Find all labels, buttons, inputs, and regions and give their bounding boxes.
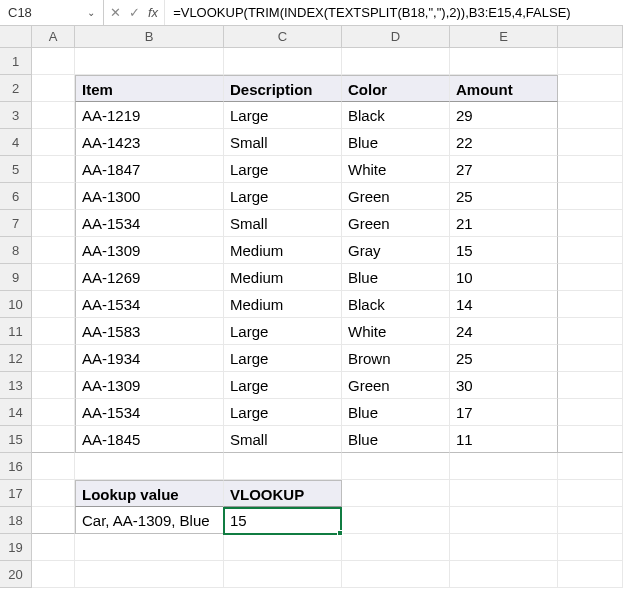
cell-description[interactable]: Medium xyxy=(224,264,342,291)
cell[interactable] xyxy=(342,561,450,588)
header-color[interactable]: Color xyxy=(342,75,450,102)
cell-amount[interactable]: 30 xyxy=(450,372,558,399)
cell-item[interactable]: AA-1423 xyxy=(75,129,224,156)
cell-amount[interactable]: 11 xyxy=(450,426,558,453)
select-all-corner[interactable] xyxy=(0,26,32,48)
header-description[interactable]: Description xyxy=(224,75,342,102)
cell[interactable] xyxy=(558,264,623,291)
row-header[interactable]: 11 xyxy=(0,318,32,345)
cell[interactable] xyxy=(558,399,623,426)
cell[interactable] xyxy=(558,129,623,156)
cell-description[interactable]: Large xyxy=(224,372,342,399)
cell-amount[interactable]: 27 xyxy=(450,156,558,183)
cell[interactable] xyxy=(75,48,224,75)
row-header[interactable]: 5 xyxy=(0,156,32,183)
cell[interactable] xyxy=(32,480,75,507)
cell-amount[interactable]: 24 xyxy=(450,318,558,345)
cell[interactable] xyxy=(558,102,623,129)
cell-color[interactable]: White xyxy=(342,318,450,345)
row-header[interactable]: 9 xyxy=(0,264,32,291)
cell-item[interactable]: AA-1309 xyxy=(75,237,224,264)
formula-input[interactable]: =VLOOKUP(TRIM(INDEX(TEXTSPLIT(B18,","),2… xyxy=(165,5,623,20)
cell[interactable] xyxy=(32,507,75,534)
row-header[interactable]: 20 xyxy=(0,561,32,588)
col-header-D[interactable]: D xyxy=(342,26,450,48)
cell[interactable] xyxy=(32,426,75,453)
row-header[interactable]: 3 xyxy=(0,102,32,129)
cell[interactable] xyxy=(224,48,342,75)
cell-item[interactable]: AA-1583 xyxy=(75,318,224,345)
cell-color[interactable]: Black xyxy=(342,102,450,129)
cell[interactable] xyxy=(342,453,450,480)
row-header[interactable]: 12 xyxy=(0,345,32,372)
cell-amount[interactable]: 25 xyxy=(450,183,558,210)
cell-amount[interactable]: 15 xyxy=(450,237,558,264)
accept-icon[interactable]: ✓ xyxy=(129,5,140,20)
header-amount[interactable]: Amount xyxy=(450,75,558,102)
cell-description[interactable]: Large xyxy=(224,318,342,345)
row-header[interactable]: 7 xyxy=(0,210,32,237)
cell[interactable] xyxy=(450,48,558,75)
cell-color[interactable]: Gray xyxy=(342,237,450,264)
cell-description[interactable]: Large xyxy=(224,156,342,183)
cell-color[interactable]: White xyxy=(342,156,450,183)
cell-description[interactable]: Small xyxy=(224,129,342,156)
cell-item[interactable]: AA-1309 xyxy=(75,372,224,399)
fx-icon[interactable]: fx xyxy=(148,5,158,20)
cell[interactable] xyxy=(558,318,623,345)
row-header[interactable]: 10 xyxy=(0,291,32,318)
cell[interactable] xyxy=(32,156,75,183)
cell[interactable] xyxy=(32,48,75,75)
cell[interactable] xyxy=(32,264,75,291)
lookup-value-header[interactable]: Lookup value xyxy=(75,480,224,507)
cell-color[interactable]: Blue xyxy=(342,129,450,156)
cell-description[interactable]: Large xyxy=(224,102,342,129)
cell[interactable] xyxy=(224,561,342,588)
cell[interactable] xyxy=(558,156,623,183)
cell-color[interactable]: Blue xyxy=(342,399,450,426)
cell[interactable] xyxy=(450,561,558,588)
row-header[interactable]: 8 xyxy=(0,237,32,264)
cell-item[interactable]: AA-1847 xyxy=(75,156,224,183)
cell-amount[interactable]: 10 xyxy=(450,264,558,291)
cell-color[interactable]: Green xyxy=(342,372,450,399)
cell-color[interactable]: Blue xyxy=(342,264,450,291)
header-item[interactable]: Item xyxy=(75,75,224,102)
cell[interactable] xyxy=(558,372,623,399)
row-header[interactable]: 17 xyxy=(0,480,32,507)
col-header-B[interactable]: B xyxy=(75,26,224,48)
cell-description[interactable]: Small xyxy=(224,426,342,453)
cell[interactable] xyxy=(342,48,450,75)
cell-item[interactable]: AA-1269 xyxy=(75,264,224,291)
cell-item[interactable]: AA-1534 xyxy=(75,291,224,318)
name-box[interactable]: C18 ⌄ xyxy=(0,0,104,25)
row-header[interactable]: 15 xyxy=(0,426,32,453)
cell[interactable] xyxy=(342,480,450,507)
cell[interactable] xyxy=(32,102,75,129)
cell-amount[interactable]: 17 xyxy=(450,399,558,426)
cell-amount[interactable]: 29 xyxy=(450,102,558,129)
cell-amount[interactable]: 14 xyxy=(450,291,558,318)
cell-description[interactable]: Large xyxy=(224,183,342,210)
cell[interactable] xyxy=(558,507,623,534)
cell-item[interactable]: AA-1534 xyxy=(75,210,224,237)
cell[interactable] xyxy=(32,291,75,318)
cell[interactable] xyxy=(224,534,342,561)
row-header[interactable]: 2 xyxy=(0,75,32,102)
cell[interactable] xyxy=(32,561,75,588)
cell[interactable] xyxy=(32,129,75,156)
cell[interactable] xyxy=(558,345,623,372)
vlookup-header[interactable]: VLOOKUP xyxy=(224,480,342,507)
cell[interactable] xyxy=(75,534,224,561)
row-header[interactable]: 16 xyxy=(0,453,32,480)
cell[interactable] xyxy=(32,534,75,561)
cell[interactable] xyxy=(558,561,623,588)
cell-color[interactable]: Green xyxy=(342,183,450,210)
cell[interactable] xyxy=(558,237,623,264)
cell[interactable] xyxy=(558,534,623,561)
cell[interactable] xyxy=(558,75,623,102)
cell-color[interactable]: Green xyxy=(342,210,450,237)
cell-description[interactable]: Medium xyxy=(224,237,342,264)
cell-amount[interactable]: 22 xyxy=(450,129,558,156)
row-header[interactable]: 6 xyxy=(0,183,32,210)
